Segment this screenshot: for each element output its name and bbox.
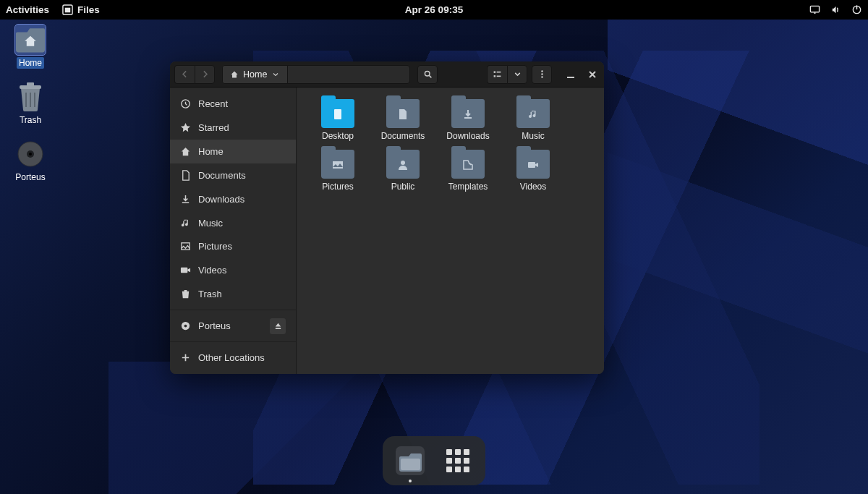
sidebar-item-other-locations[interactable]: Other Locations <box>170 346 296 370</box>
eject-button[interactable] <box>270 318 286 334</box>
folder-desktop[interactable]: Desktop <box>310 96 366 144</box>
top-bar: Activities Files Apr 26 09:35 <box>0 0 868 20</box>
document-icon <box>180 170 191 181</box>
svg-point-11 <box>29 153 32 156</box>
sidebar-item-documents[interactable]: Documents <box>170 163 296 187</box>
sidebar-item-trash[interactable]: Trash <box>170 282 296 306</box>
sidebar-item-music[interactable]: Music <box>170 211 296 235</box>
files-window: Home Recent Starred <box>170 61 604 374</box>
desktop-folder-icon <box>331 108 344 121</box>
places-sidebar: Recent Starred Home Documents Downloads … <box>170 88 297 374</box>
file-grid[interactable]: Desktop Documents Downloads Music Pictur… <box>297 88 604 374</box>
desktop-icon-label: Trash <box>17 114 43 126</box>
trash-icon <box>180 289 191 299</box>
svg-point-25 <box>184 325 187 328</box>
screen-icon[interactable] <box>809 4 820 15</box>
desktop-icon-home[interactable]: Home <box>10 25 51 69</box>
forward-button[interactable] <box>195 65 215 84</box>
folder-label: Videos <box>520 182 546 192</box>
svg-rect-27 <box>333 161 343 169</box>
sidebar-label: Trash <box>198 289 222 299</box>
folder-downloads[interactable]: Downloads <box>440 96 496 144</box>
music-icon <box>527 108 540 121</box>
folder-videos[interactable]: Videos <box>505 147 561 195</box>
sidebar-label: Music <box>198 218 223 229</box>
sidebar-item-recent[interactable]: Recent <box>170 92 296 116</box>
svg-rect-1 <box>65 8 71 13</box>
svg-rect-13 <box>494 71 495 72</box>
video-icon <box>180 265 191 276</box>
document-icon <box>396 108 409 121</box>
folder-label: Templates <box>448 182 488 192</box>
desktop-icon-porteus[interactable]: Porteus <box>10 139 51 183</box>
dock <box>383 436 485 485</box>
home-folder-icon <box>15 25 46 55</box>
svg-rect-20 <box>567 77 574 78</box>
dock-files[interactable] <box>393 443 427 478</box>
desktop-icon-trash[interactable]: Trash <box>10 82 51 126</box>
folder-label: Pictures <box>322 182 353 192</box>
sidebar-label: Downloads <box>198 194 244 205</box>
sidebar-item-porteus[interactable]: Porteus <box>170 314 296 338</box>
dock-apps[interactable] <box>441 443 475 478</box>
trash-icon <box>15 82 46 112</box>
sidebar-item-home[interactable]: Home <box>170 140 296 163</box>
picture-icon <box>331 158 344 171</box>
svg-point-28 <box>401 161 405 165</box>
clock[interactable]: Apr 26 09:35 <box>405 4 463 15</box>
hamburger-menu-button[interactable] <box>532 65 552 84</box>
activities-button[interactable]: Activities <box>6 4 49 15</box>
svg-point-19 <box>541 76 542 77</box>
folder-label: Music <box>522 131 544 141</box>
desktop-icon-label: Home <box>17 57 44 69</box>
files-app-icon <box>394 445 426 477</box>
sidebar-item-videos[interactable]: Videos <box>170 258 296 282</box>
files-app-icon <box>62 4 73 15</box>
svg-rect-5 <box>856 5 858 9</box>
window-titlebar[interactable]: Home <box>170 61 604 88</box>
close-button[interactable] <box>585 67 600 82</box>
folder-label: Downloads <box>446 131 489 141</box>
person-icon <box>396 158 409 171</box>
appmenu-label: Files <box>77 4 100 15</box>
folder-public[interactable]: Public <box>375 147 431 195</box>
svg-rect-26 <box>334 109 341 119</box>
svg-rect-29 <box>528 162 535 168</box>
power-icon[interactable] <box>851 4 862 15</box>
svg-rect-23 <box>181 268 187 273</box>
svg-point-12 <box>425 71 430 76</box>
minimize-button[interactable] <box>563 67 578 82</box>
folder-label: Public <box>391 182 415 192</box>
sidebar-item-starred[interactable]: Starred <box>170 116 296 140</box>
download-icon <box>180 194 191 205</box>
path-segment-home[interactable]: Home <box>223 66 288 83</box>
svg-rect-14 <box>494 75 495 77</box>
back-button[interactable] <box>174 65 195 84</box>
sidebar-item-pictures[interactable]: Pictures <box>170 235 296 259</box>
chevron-down-icon <box>271 70 280 79</box>
music-icon <box>180 218 191 229</box>
search-button[interactable] <box>417 65 438 84</box>
app-grid-icon <box>446 449 469 472</box>
folder-pictures[interactable]: Pictures <box>310 147 366 195</box>
folder-templates[interactable]: Templates <box>440 147 496 195</box>
home-icon <box>230 70 239 79</box>
svg-rect-3 <box>814 12 816 14</box>
sidebar-label: Starred <box>198 122 229 133</box>
clock-icon <box>180 98 191 109</box>
plus-icon <box>180 352 191 363</box>
sidebar-item-downloads[interactable]: Downloads <box>170 187 296 211</box>
folder-label: Desktop <box>322 131 354 141</box>
path-bar[interactable]: Home <box>222 65 410 84</box>
view-list-button[interactable] <box>487 65 507 84</box>
folder-documents[interactable]: Documents <box>375 96 431 144</box>
appmenu-files[interactable]: Files <box>62 4 100 15</box>
svg-rect-31 <box>401 459 420 470</box>
sidebar-label: Pictures <box>198 241 232 252</box>
svg-point-18 <box>541 73 542 74</box>
view-options-button[interactable] <box>507 65 527 84</box>
folder-music[interactable]: Music <box>505 96 561 144</box>
volume-icon[interactable] <box>830 4 841 15</box>
star-icon <box>180 122 191 133</box>
template-icon <box>461 158 475 171</box>
